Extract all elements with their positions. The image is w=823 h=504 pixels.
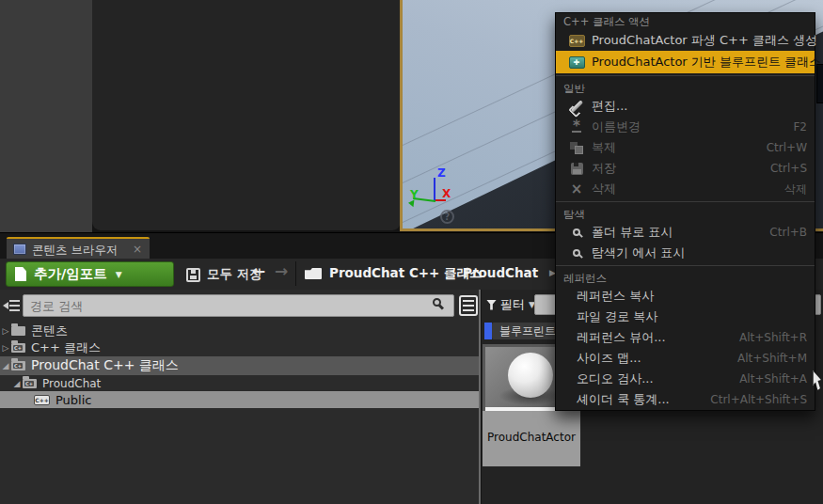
blueprint-filter-chip[interactable]: 블루프린트	[492, 323, 563, 339]
shortcut-label: F2	[793, 120, 807, 134]
tab-close-icon[interactable]: ×	[133, 243, 142, 256]
view-options-button[interactable]	[459, 295, 478, 316]
breadcrumb-arrow-icon: ▶	[448, 268, 454, 277]
tree-item-label: ProudChat	[42, 377, 101, 390]
delete-x-icon: ×	[567, 181, 586, 197]
magnifier-icon	[567, 225, 586, 240]
shortcut-label: Alt+Shift+M	[737, 352, 807, 365]
menu-item-reference-viewer[interactable]: 레퍼런스 뷰어... Alt+Shift+R	[556, 327, 815, 348]
menu-item-delete: × 삭제 삭제	[556, 179, 815, 199]
menu-item-create-derived-cpp-class[interactable]: C++ ProudChatActor 파생 C++ 클래스 생성	[556, 30, 815, 51]
asset-label-zone: ProudChatActor	[483, 411, 580, 466]
search-icon	[433, 298, 441, 307]
shortcut-label: Alt+Shift+R	[739, 331, 807, 344]
menu-item-create-blueprint-class[interactable]: ✚ ProudChatActor 기반 블루프린트 클래스 생성	[556, 51, 815, 73]
empty-editor-panel	[92, 0, 401, 230]
menu-item-show-in-folder-view[interactable]: 폴더 뷰로 표시 Ctrl+B	[556, 222, 815, 243]
cpp-class-icon: C++	[567, 33, 586, 48]
menu-item-shader-cook-stats[interactable]: 셰이더 쿡 통계... Ctrl+Alt+Shift+S	[556, 389, 815, 410]
tree-item-label: 콘텐츠	[31, 323, 68, 339]
menu-section-cpp-class-actions: C++ 클래스 액션	[556, 13, 815, 30]
folder-icon	[11, 326, 25, 336]
expander-collapsed-icon[interactable]: ▷	[0, 326, 11, 336]
expander-collapsed-icon[interactable]: ▷	[0, 343, 11, 353]
shortcut-label: Ctrl+Alt+Shift+S	[710, 393, 807, 406]
asset-name: ProudChatActor	[483, 431, 580, 444]
menu-item-rename: * 이름변경 F2	[556, 117, 815, 137]
editor-background-panel	[0, 0, 92, 232]
filter-label: 필터	[500, 296, 525, 313]
shortcut-label: Ctrl+W	[767, 141, 807, 154]
shortcut-label: 삭제	[784, 181, 807, 197]
menu-section-references: 레퍼런스	[556, 265, 815, 286]
tree-item-content[interactable]: ▷ 콘텐츠	[0, 323, 479, 339]
cpp-badge-icon: C++	[34, 395, 50, 405]
shortcut-label: Ctrl+S	[770, 162, 807, 175]
menu-section-common: 일반	[556, 75, 815, 96]
tab-content-browser[interactable]: 콘텐츠 브라우저 ×	[7, 237, 150, 260]
blueprint-class-icon: ✚	[567, 55, 586, 70]
tree-item-label: C++ 클래스	[31, 339, 101, 356]
new-asset-icon	[15, 267, 26, 281]
cpp-folder-icon: C+	[11, 361, 25, 370]
magnifier-icon	[567, 245, 586, 260]
rename-icon: *	[567, 119, 586, 134]
menu-item-audit-assets[interactable]: 오디오 검사... Alt+Shift+A	[556, 369, 815, 389]
tree-item-label: ProudChat C++ 클래스	[31, 357, 179, 374]
z-axis-label: Z	[437, 166, 446, 180]
blueprint-filter-color-bar	[484, 323, 492, 339]
tab-title: 콘텐츠 브라우저	[32, 243, 118, 259]
menu-item-save: 저장 Ctrl+S	[556, 158, 815, 179]
tree-item-label: Public	[55, 393, 91, 407]
unreal-editor-window: Z X Y ? 콘텐츠 브라우저 × 추가/임포트 ▼ 모두 저장 ← → Pr…	[0, 0, 823, 504]
duplicate-icon	[567, 140, 586, 155]
menu-item-copy-reference[interactable]: 레퍼런스 복사	[556, 286, 815, 307]
tree-item-proudchat-cpp-classes[interactable]: ◢ C+ ProudChat C++ 클래스	[0, 356, 479, 375]
menu-item-size-map[interactable]: 사이즈 맵... Alt+Shift+M	[556, 348, 815, 369]
expander-expanded-icon[interactable]: ◢	[0, 361, 11, 370]
menu-section-explore: 탐색	[556, 201, 815, 222]
z-axis-line	[434, 178, 435, 201]
tree-item-public[interactable]: C++ Public	[0, 391, 479, 408]
x-axis-label: X	[442, 187, 451, 200]
collapse-arrow-icon	[3, 302, 8, 309]
shortcut-label: Alt+Shift+A	[739, 372, 807, 386]
cpp-folder-icon: C+	[11, 343, 25, 353]
shortcut-label: Ctrl+B	[769, 226, 807, 239]
tree-item-cpp-classes[interactable]: ▷ C+ C++ 클래스	[0, 339, 479, 356]
cpp-folder-icon: C+	[23, 379, 37, 388]
menu-item-duplicate: 복제 Ctrl+W	[556, 137, 815, 158]
forward-button[interactable]: →	[275, 261, 288, 280]
tree-item-proudchat[interactable]: ◢ C+ ProudChat	[0, 375, 479, 391]
breadcrumb-proudchat-cpp-classes[interactable]: ProudChat C++ 클래스	[329, 265, 483, 282]
menu-item-copy-file-path[interactable]: 파일 경로 복사	[556, 307, 815, 327]
expander-expanded-icon[interactable]: ◢	[11, 379, 23, 388]
folder-open-icon	[305, 268, 322, 279]
chevron-down-icon: ▼	[116, 270, 122, 279]
asset-context-menu: C++ 클래스 액션 C++ ProudChatActor 파생 C++ 클래스…	[555, 12, 815, 411]
toolbar-divider	[295, 261, 296, 286]
sphere-thumbnail-icon	[508, 353, 553, 398]
filter-funnel-icon	[486, 300, 497, 310]
menu-item-edit[interactable]: 편집...	[556, 96, 815, 117]
path-search-input[interactable]	[23, 294, 454, 317]
add-import-label: 추가/임포트	[34, 265, 107, 283]
save-all-button[interactable]: 모두 저장	[186, 262, 262, 287]
breadcrumb-proudchat[interactable]: ProudChat	[463, 265, 538, 280]
content-browser-icon	[13, 244, 26, 255]
viewport-help-icon[interactable]: ?	[440, 210, 454, 224]
menu-item-show-in-explorer[interactable]: 탐색기 에서 표시	[556, 243, 815, 263]
save-icon	[567, 161, 586, 176]
wrench-icon	[567, 99, 586, 114]
save-icon	[186, 268, 200, 282]
filter-button[interactable]: 필터 ▼	[486, 296, 535, 313]
back-button[interactable]: ←	[252, 261, 265, 280]
sources-panel: ▷ 콘텐츠 ▷ C+ C++ 클래스 ◢ C+ ProudChat C++ 클래…	[0, 290, 479, 504]
sources-toggle-button[interactable]	[3, 299, 20, 313]
add-import-button[interactable]: 추가/임포트 ▼	[6, 261, 174, 287]
y-axis-label: Y	[410, 188, 419, 201]
